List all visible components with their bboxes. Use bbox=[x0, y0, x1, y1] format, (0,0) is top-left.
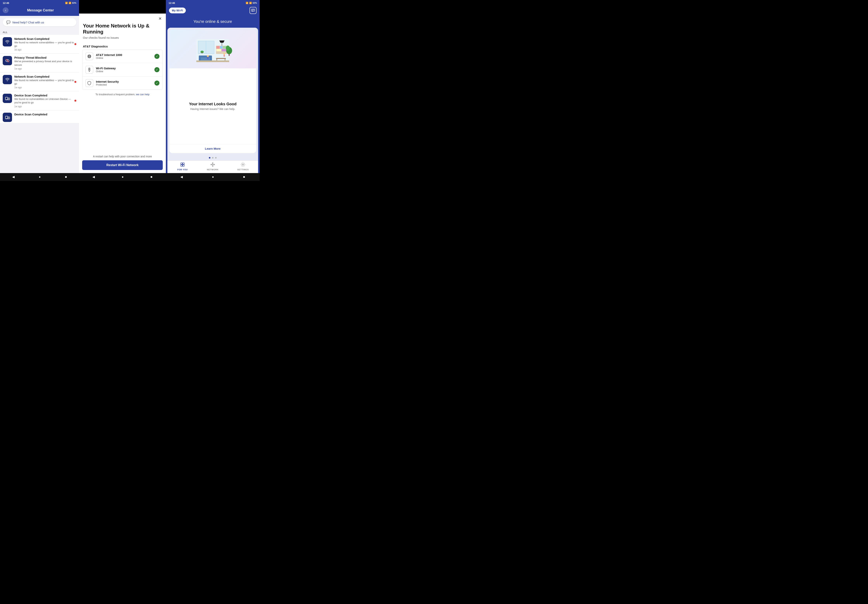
recent-nav-btn[interactable]: ■ bbox=[150, 175, 152, 179]
cell-signal-icon: 📶 bbox=[249, 2, 252, 4]
back-nav-btn[interactable]: ◀ bbox=[92, 175, 95, 179]
network-icon bbox=[211, 162, 215, 168]
card-area: Your Internet Looks Good Having Internet… bbox=[167, 28, 258, 173]
unread-dot bbox=[74, 81, 76, 83]
diag-status: Online bbox=[96, 57, 152, 59]
gateway-icon-wrap bbox=[85, 66, 93, 74]
list-item[interactable]: Network Scan Completed We found no netwo… bbox=[0, 73, 79, 91]
modal-header: Your Home Network is Up & Running Our ch… bbox=[79, 21, 166, 42]
svg-rect-42 bbox=[207, 57, 208, 59]
svg-rect-52 bbox=[181, 163, 182, 164]
unread-dot bbox=[74, 100, 76, 102]
mywifi-panel: 12:46 📶 📶 63% My Wi-Fi You're online & s… bbox=[166, 0, 260, 181]
message-title: Network Scan Completed bbox=[14, 37, 76, 40]
time-display: 12:46 bbox=[3, 2, 9, 5]
restart-button[interactable]: Restart Wi-Fi Network bbox=[82, 160, 163, 170]
learn-more-link[interactable]: Learn More bbox=[205, 147, 221, 150]
status-icons: 📶 📶 63% bbox=[246, 2, 257, 4]
diag-info: AT&T Internet 1000 Online bbox=[96, 53, 152, 59]
for-you-icon bbox=[180, 162, 185, 168]
svg-rect-39 bbox=[199, 57, 201, 61]
diagnostics-panel: ✕ Your Home Network is Up & Running Our … bbox=[79, 0, 166, 181]
svg-rect-43 bbox=[216, 58, 226, 59]
globe-icon-wrap bbox=[85, 53, 93, 60]
list-item[interactable]: Network Scan Completed We found no netwo… bbox=[0, 35, 79, 54]
svg-point-4 bbox=[7, 80, 8, 81]
chat-icon: 💬 bbox=[6, 20, 11, 25]
android-nav-1: ◀ ● ■ bbox=[0, 173, 79, 181]
recent-nav-btn[interactable]: ■ bbox=[65, 175, 67, 179]
header-title: Message Center bbox=[11, 8, 71, 12]
message-content: Privacy Threat Blocked We've prevented a… bbox=[14, 56, 76, 70]
diag-name: Internet Security bbox=[96, 80, 152, 83]
svg-rect-6 bbox=[8, 98, 10, 100]
home-nav-btn[interactable]: ● bbox=[122, 175, 124, 179]
nav-settings[interactable]: SETTINGS bbox=[228, 162, 258, 171]
svg-rect-29 bbox=[202, 52, 202, 53]
online-secure-text: You're online & secure bbox=[166, 17, 260, 28]
modal-title: Your Home Network is Up & Running bbox=[83, 23, 162, 35]
diagnostics-list: AT&T Internet 1000 Online ✓ bbox=[82, 49, 163, 90]
svg-rect-40 bbox=[210, 57, 212, 61]
message-title: Network Scan Completed bbox=[14, 75, 76, 78]
home-nav-btn[interactable]: ● bbox=[212, 175, 214, 179]
bottom-nav: FOR YOU NETWORK bbox=[167, 161, 258, 173]
nav-label-for-you: FOR YOU bbox=[177, 168, 188, 171]
top-black-bar bbox=[79, 0, 166, 14]
svg-point-56 bbox=[212, 164, 213, 165]
chat-bar[interactable]: 💬 Need help? Chat with us bbox=[3, 18, 76, 26]
diag-status: Online bbox=[96, 70, 152, 73]
message-icon-wifi bbox=[3, 37, 12, 46]
close-button[interactable]: ✕ bbox=[157, 16, 163, 21]
battery-display: 63% bbox=[72, 2, 76, 4]
modal-subtitle: Our checks found no issues bbox=[83, 36, 162, 39]
message-time: 1w ago bbox=[14, 105, 76, 108]
mywifi-badge[interactable]: My Wi-Fi bbox=[169, 8, 186, 13]
restart-section: A restart can help with poor connection … bbox=[79, 151, 166, 173]
learn-more-row: Learn More bbox=[169, 144, 256, 153]
back-nav-btn[interactable]: ◀ bbox=[180, 175, 183, 179]
check-icon: ✓ bbox=[154, 80, 160, 86]
message-body: We found no vulnerabilities on Unknown D… bbox=[14, 97, 76, 104]
svg-point-41 bbox=[207, 55, 209, 57]
list-item[interactable]: Privacy Threat Blocked We've prevented a… bbox=[0, 54, 79, 73]
modal-content: ✕ Your Home Network is Up & Running Our … bbox=[79, 14, 166, 173]
recent-nav-btn[interactable]: ■ bbox=[243, 175, 245, 179]
back-button[interactable]: ‹ bbox=[3, 7, 9, 13]
message-body: We found no network vulnerabilities — yo… bbox=[14, 79, 76, 86]
nav-network[interactable]: NETWORK bbox=[198, 162, 228, 171]
nav-for-you[interactable]: FOR YOU bbox=[167, 162, 198, 171]
chat-bubble-button[interactable] bbox=[250, 7, 257, 14]
list-item[interactable]: Device Scan Completed bbox=[0, 110, 79, 123]
status-icons: 📶 📶 63% bbox=[65, 2, 76, 4]
svg-rect-9 bbox=[8, 117, 10, 119]
modal-close-row: ✕ bbox=[79, 14, 166, 21]
unread-dot bbox=[74, 43, 76, 45]
back-nav-btn[interactable]: ◀ bbox=[12, 175, 14, 179]
message-center-header: ‹ Message Center bbox=[0, 5, 79, 16]
message-time: 1w ago bbox=[14, 86, 76, 89]
diag-item-gateway: Wi-Fi Gateway Online ✓ bbox=[82, 63, 163, 76]
message-time: 3d ago bbox=[14, 48, 76, 51]
card-subtitle: Having Internet issues? We can help. bbox=[190, 107, 235, 111]
check-icon: ✓ bbox=[154, 54, 160, 59]
diag-name: AT&T Internet 1000 bbox=[96, 53, 152, 57]
svg-rect-33 bbox=[220, 46, 222, 49]
section-all-label: ALL bbox=[0, 29, 79, 35]
svg-point-47 bbox=[226, 45, 230, 51]
we-can-help-link[interactable]: we can help bbox=[136, 93, 149, 96]
home-nav-btn[interactable]: ● bbox=[39, 175, 41, 179]
message-center-panel: 12:46 📶 📶 63% ‹ Message Center 💬 Need he… bbox=[0, 0, 79, 181]
message-title: Privacy Threat Blocked bbox=[14, 56, 76, 59]
message-list: Network Scan Completed We found no netwo… bbox=[0, 35, 79, 173]
svg-rect-48 bbox=[229, 54, 229, 56]
dot-1[interactable] bbox=[209, 157, 211, 159]
message-content: Network Scan Completed We found no netwo… bbox=[14, 75, 76, 89]
message-icon-device bbox=[3, 113, 12, 122]
list-item[interactable]: Device Scan Completed We found no vulner… bbox=[0, 91, 79, 110]
message-body: We found no network vulnerabilities — yo… bbox=[14, 41, 76, 48]
message-icon-eye bbox=[3, 56, 12, 65]
diag-item-internet: AT&T Internet 1000 Online ✓ bbox=[82, 50, 163, 63]
dot-2[interactable] bbox=[212, 157, 214, 159]
dot-3[interactable] bbox=[215, 157, 217, 159]
